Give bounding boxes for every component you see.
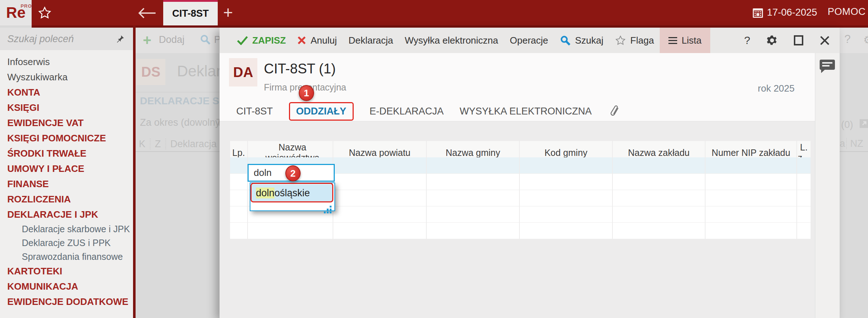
top-bar: RePRO CIT-8ST + 17-06-2025 POMOC [0, 0, 868, 25]
divider [838, 151, 868, 152]
table-cell[interactable] [520, 206, 612, 222]
sidebar-item-ewidencje-dodatkowe[interactable]: EWIDENCJE DODATKOWE [0, 294, 133, 309]
favorites-star-icon[interactable] [38, 6, 52, 20]
sidebar-item-umowy-i-place[interactable]: UMOWY I PŁACE [0, 161, 133, 176]
current-date[interactable]: 17-06-2025 [767, 7, 817, 18]
table-cell[interactable] [427, 206, 519, 222]
back-arrow-icon[interactable] [137, 7, 156, 19]
table-cell[interactable] [797, 206, 811, 222]
table-cell[interactable] [333, 190, 426, 206]
cit8st-dialog: ZAPISZ Anuluj Deklaracja Wysyłka elektro… [220, 28, 840, 318]
sidebar-item-infoserwis[interactable]: Infoserwis [0, 54, 133, 69]
tab-wysylka-elektroniczna[interactable]: WYSYŁKA ELEKTRONICZNA [460, 106, 592, 117]
new-tab-plus-icon[interactable]: + [223, 3, 233, 22]
dialog-toolbar: ZAPISZ Anuluj Deklaracja Wysyłka elektro… [220, 28, 840, 53]
cancel-button[interactable]: Anuluj [292, 28, 342, 53]
table-cell[interactable] [230, 223, 247, 239]
app-logo[interactable]: RePRO [0, 0, 32, 25]
sidebar-menu: Infoserwis Wyszukiwarka KONTA KSIĘGI EWI… [0, 50, 133, 309]
table-cell[interactable] [706, 174, 796, 190]
sidebar-item-rozliczenia[interactable]: ROZLICZENIA [0, 192, 133, 207]
flag-button[interactable]: Flaga [609, 28, 660, 53]
table-cell[interactable] [520, 190, 612, 206]
annotation-step-1-badge: 1 [299, 85, 314, 101]
table-cell[interactable] [613, 190, 705, 206]
command-search[interactable]: Szukaj poleceń [0, 28, 133, 50]
tab-e-deklaracja[interactable]: E-DEKLARACJA [370, 106, 444, 117]
sidebar-item-wyszukiwarka[interactable]: Wyszukiwarka [0, 69, 133, 85]
comment-icon[interactable] [819, 59, 836, 74]
table-cell[interactable] [706, 190, 796, 206]
command-search-placeholder: Szukaj poleceń [0, 33, 116, 45]
menu-operacje[interactable]: Operacje [504, 28, 554, 53]
table-cell[interactable] [797, 223, 811, 239]
close-icon[interactable] [819, 35, 829, 45]
resize-handle[interactable] [330, 206, 331, 208]
sidebar-item-komunikacja[interactable]: KOMUNIKACJA [0, 279, 133, 294]
year-label: rok 2025 [758, 83, 795, 94]
table-cell[interactable] [248, 223, 333, 239]
list-button[interactable]: Lista [660, 28, 710, 53]
save-button[interactable]: ZAPISZ [231, 28, 292, 53]
table-cell[interactable] [706, 206, 796, 222]
table-cell[interactable] [613, 157, 705, 173]
window-tab-cit8st[interactable]: CIT-8ST [163, 0, 218, 25]
table-cell[interactable] [230, 190, 247, 206]
table-cell[interactable] [427, 157, 519, 173]
table-cell[interactable] [427, 190, 519, 206]
maximize-icon[interactable] [794, 35, 803, 45]
table-cell[interactable] [520, 157, 612, 173]
sidebar-item-deklaracje-i-jpk[interactable]: DEKLARACJE I JPK [0, 207, 133, 222]
table-cell[interactable] [706, 223, 796, 239]
sidebar-item-kartoteki[interactable]: KARTOTEKI [0, 263, 133, 279]
table-cell[interactable] [427, 223, 519, 239]
sidebar-item-srodki-trwale[interactable]: ŚRODKI TRWAŁE [0, 146, 133, 161]
menu-deklaracja[interactable]: Deklaracja [343, 28, 399, 53]
sidebar-item-deklaracje-skarbowe[interactable]: Deklaracje skarbowe i JPK [0, 222, 133, 236]
pin-icon[interactable] [116, 34, 125, 44]
table-cell[interactable] [230, 157, 247, 173]
table-cell[interactable] [333, 223, 426, 239]
table-cell[interactable] [613, 174, 705, 190]
column-deklaracja: Deklaracja [170, 138, 217, 150]
table-cell[interactable] [520, 223, 612, 239]
help-icon[interactable]: ? [744, 34, 750, 47]
table-cell[interactable] [427, 174, 519, 190]
table-cell[interactable] [520, 174, 612, 190]
sidebar-item-finanse[interactable]: FINANSE [0, 176, 133, 192]
sidebar-item-ewidencje-vat[interactable]: EWIDENCJE VAT [0, 115, 133, 130]
add-icon: + [143, 32, 151, 48]
logo-sup: PRO [21, 4, 32, 8]
sidebar-item-sprawozdania[interactable]: Sprawozdania finansowe [0, 250, 133, 263]
table-cell[interactable] [230, 174, 247, 190]
table-cell[interactable] [333, 174, 426, 190]
table-cell[interactable] [706, 157, 796, 173]
tab-cit8st[interactable]: CIT-8ST [236, 106, 273, 117]
sidebar-item-deklaracje-zus[interactable]: Deklaracje ZUS i PPK [0, 236, 133, 250]
menu-wysylka-elektroniczna[interactable]: Wysyłka elektroniczna [399, 28, 504, 53]
table-cell[interactable] [797, 157, 811, 173]
table-cell[interactable] [797, 190, 811, 206]
tab-oddzialy[interactable]: ODDZIAŁY [289, 102, 354, 121]
gear-icon[interactable] [766, 35, 778, 46]
table-cell[interactable] [333, 206, 426, 222]
search-button[interactable]: Szukaj [554, 28, 609, 53]
checkmark-icon [237, 36, 248, 45]
help-menu[interactable]: POMOC [828, 6, 866, 17]
sidebar-item-konta[interactable]: KONTA [0, 85, 133, 100]
flag-star-icon [615, 35, 626, 46]
background-help-icon: ? [844, 33, 851, 46]
sidebar-item-ksiegi[interactable]: KSIĘGI [0, 100, 133, 115]
table-cell[interactable] [333, 157, 426, 173]
table-cell[interactable] [613, 206, 705, 222]
table-cell[interactable] [797, 174, 811, 190]
background-list-header: K Z Deklaracja [136, 137, 217, 150]
background-filter: Za okres (dowolny) [140, 117, 224, 128]
table-cell[interactable] [230, 206, 247, 222]
sidebar-item-ksiegi-pomocnicze[interactable]: KSIĘGI POMOCNICZE [0, 130, 133, 146]
table-cell[interactable] [613, 223, 705, 239]
divider [136, 151, 220, 152]
search-icon [560, 35, 571, 46]
paperclip-icon[interactable] [610, 105, 621, 118]
background-avatar: DS [136, 59, 165, 85]
